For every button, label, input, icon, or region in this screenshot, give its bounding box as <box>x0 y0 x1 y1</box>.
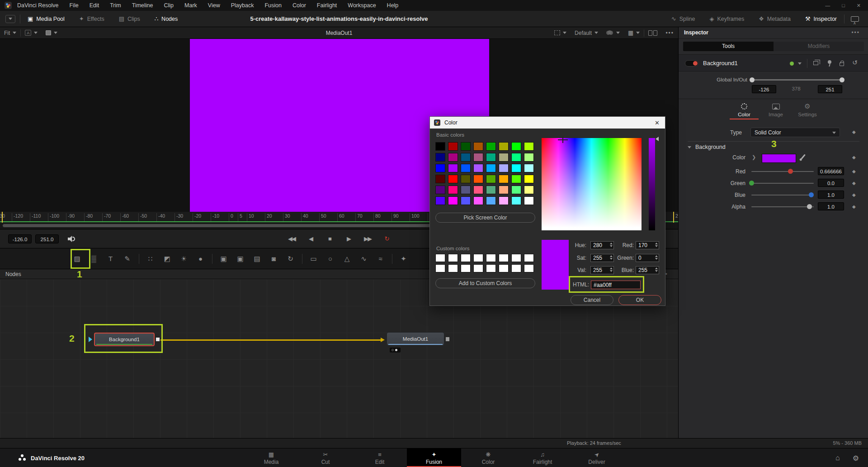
type-dropdown[interactable]: Solid Color <box>750 128 840 137</box>
media-in-tool[interactable]: ▤ <box>249 252 265 266</box>
render-end-marker[interactable] <box>673 212 674 223</box>
basic-color-swatch[interactable] <box>435 164 445 172</box>
matte-control-tool[interactable]: ◙ <box>265 252 282 266</box>
go-to-start-button[interactable]: ◀◀ <box>286 234 297 244</box>
slider-value-field[interactable]: 0.666666 <box>818 167 844 175</box>
paint-tool[interactable]: ✎ <box>119 252 136 266</box>
slider-value-field[interactable]: 1.0 <box>818 202 844 210</box>
mediaout-output-icon[interactable] <box>446 337 449 341</box>
menu-item[interactable]: Fairlight <box>311 0 342 11</box>
basic-color-swatch[interactable] <box>473 142 483 151</box>
inspector-button[interactable]: ⚒Inspector <box>798 11 844 27</box>
page-fusion[interactable]: ✦Fusion <box>407 448 461 467</box>
custom-color-swatch[interactable] <box>524 264 534 272</box>
viewer-grid-dropdown[interactable]: ▦ <box>624 27 644 38</box>
basic-color-swatch[interactable] <box>435 175 445 183</box>
basic-color-swatch[interactable] <box>486 186 496 194</box>
basic-color-swatch[interactable] <box>511 153 521 162</box>
slider-handle[interactable] <box>809 192 814 197</box>
basic-color-swatch[interactable] <box>499 153 509 162</box>
basic-color-swatch[interactable] <box>499 175 509 183</box>
slider-value-field[interactable]: 1.0 <box>818 191 844 199</box>
menu-item[interactable]: Clip <box>159 0 179 11</box>
restore-button[interactable]: □ <box>842 3 845 8</box>
type-keyframe-icon[interactable]: ◆ <box>852 129 856 134</box>
playhead[interactable] <box>2 212 3 223</box>
media-pool-button[interactable]: ▣Media Pool <box>20 11 72 27</box>
slider-track[interactable] <box>751 183 814 184</box>
value-slider[interactable] <box>649 138 655 230</box>
slider-track[interactable] <box>751 195 814 195</box>
project-settings-gear-icon[interactable]: ⚙ <box>853 454 859 462</box>
sat-field[interactable]: 255 <box>590 254 614 262</box>
tab-tools[interactable]: Tools <box>683 42 774 51</box>
basic-color-swatch[interactable] <box>448 196 458 205</box>
transform-tool[interactable]: ↻ <box>282 252 299 266</box>
custom-color-swatch[interactable] <box>435 264 445 272</box>
basic-color-swatch[interactable] <box>511 175 521 183</box>
color-keyframe-icon[interactable]: ◆ <box>852 155 856 160</box>
custom-color-swatch[interactable] <box>473 254 483 262</box>
bspline-mask-tool[interactable]: ∿ <box>355 252 372 266</box>
viewer-roi-dropdown[interactable] <box>550 27 571 38</box>
basic-color-swatch[interactable] <box>524 164 534 172</box>
lock-icon[interactable] <box>840 62 844 66</box>
menu-davinci-resolve[interactable]: DaVinci Resolve <box>12 0 64 11</box>
menu-item[interactable]: Timeline <box>127 0 159 11</box>
basic-color-swatch[interactable] <box>486 175 496 183</box>
global-in-handle[interactable] <box>750 77 755 82</box>
keyframe-icon[interactable]: ◆ <box>852 204 856 209</box>
effects-button[interactable]: ✦Effects <box>72 11 112 27</box>
inspector-tab-image[interactable]: Image <box>760 102 792 119</box>
basic-color-swatch[interactable] <box>461 142 471 151</box>
metadata-button[interactable]: ❖Metadata <box>751 11 798 27</box>
basic-color-swatch[interactable] <box>511 196 521 205</box>
inspector-tab-settings[interactable]: ⚙Settings <box>792 102 823 119</box>
stop-button[interactable]: ■ <box>324 234 335 244</box>
basic-color-swatch[interactable] <box>435 142 445 151</box>
basic-color-swatch[interactable] <box>448 142 458 151</box>
inspector-options-menu[interactable]: ••• <box>851 29 860 36</box>
copy-settings-icon[interactable] <box>813 61 818 65</box>
ok-button[interactable]: OK <box>618 295 661 305</box>
basic-color-swatch[interactable] <box>461 186 471 194</box>
basic-color-swatch[interactable] <box>524 175 534 183</box>
hue-saturation-field[interactable] <box>542 138 642 230</box>
basic-color-swatch[interactable] <box>448 164 458 172</box>
basic-color-swatch[interactable] <box>473 186 483 194</box>
custom-color-swatch[interactable] <box>486 254 496 262</box>
basic-color-swatch[interactable] <box>435 153 445 162</box>
play-reverse-button[interactable]: ◀ <box>305 234 316 244</box>
basic-color-swatch[interactable] <box>486 142 496 151</box>
basic-color-swatch[interactable] <box>448 186 458 194</box>
basic-color-swatch[interactable] <box>473 164 483 172</box>
pin-icon[interactable] <box>828 60 831 64</box>
node-enable-toggle[interactable] <box>685 60 698 67</box>
clips-button[interactable]: ▤Clips <box>112 11 147 27</box>
basic-color-swatch[interactable] <box>511 164 521 172</box>
basic-color-swatch[interactable] <box>461 164 471 172</box>
viewer-options-menu[interactable]: ••• <box>661 27 678 38</box>
basic-color-swatch[interactable] <box>486 196 496 205</box>
menu-item[interactable]: Color <box>287 0 311 11</box>
custom-color-swatch[interactable] <box>524 254 534 262</box>
viewer-zoom-dropdown[interactable]: Fit <box>0 27 20 38</box>
val-field[interactable]: 255 <box>590 266 614 274</box>
spline-button[interactable]: ∿Spline <box>664 11 703 27</box>
basic-color-swatch[interactable] <box>461 196 471 205</box>
loop-button[interactable]: ↻ <box>381 234 392 244</box>
basic-color-swatch[interactable] <box>435 186 445 194</box>
eyedropper-icon[interactable] <box>801 154 806 160</box>
custom-color-swatch[interactable] <box>461 264 471 272</box>
play-button[interactable]: ▶ <box>343 234 354 244</box>
panel-toggle-button[interactable] <box>5 15 15 23</box>
background-color-swatch[interactable] <box>762 154 796 163</box>
custom-color-swatch[interactable] <box>486 264 496 272</box>
menu-item[interactable]: Playback <box>226 0 259 11</box>
custom-color-swatch[interactable] <box>499 264 509 272</box>
page-edit[interactable]: ≡Edit <box>353 448 407 467</box>
blur-tool[interactable]: ● <box>192 252 209 266</box>
color-curves-tool[interactable]: ◩ <box>159 252 175 266</box>
basic-color-swatch[interactable] <box>461 175 471 183</box>
version-chevron-icon[interactable] <box>798 62 802 65</box>
